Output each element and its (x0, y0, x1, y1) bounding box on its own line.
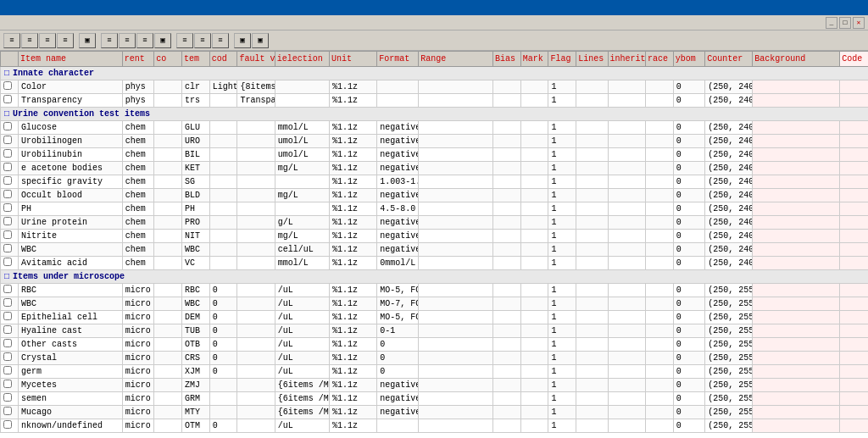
toolbar-btn-9[interactable]: ▣ (154, 33, 171, 48)
toolbar-btn-10[interactable]: ≡ (176, 33, 193, 48)
table-row: Urine proteinchemPROg/L%1.1znegative10(2… (1, 216, 869, 230)
close-button[interactable]: ✕ (853, 17, 865, 29)
toolbar-btn-6[interactable]: ≡ (101, 33, 118, 48)
table-cell: MO-5, FO-10 (377, 284, 419, 297)
table-cell: trs (181, 94, 209, 108)
table-row: PHchemPH%1.1z4.5-8.010(250, 240, 255) (1, 202, 869, 216)
minimize-button[interactable]: _ (826, 17, 837, 29)
content-area[interactable]: Item name rent co tem cod fault val iele… (0, 51, 868, 438)
toolbar-sep-1 (75, 33, 78, 48)
table-cell (576, 324, 608, 338)
table-cell: 0 (673, 324, 704, 338)
table-cell (576, 379, 608, 392)
col-counter[interactable]: Counter (705, 52, 753, 67)
col-fault[interactable]: fault val (237, 52, 275, 67)
table-cell: 1 (548, 189, 576, 202)
table-cell (209, 230, 237, 243)
table-cell: 0mmol/L (377, 257, 419, 270)
toolbar-btn-3[interactable]: ≡ (39, 33, 56, 48)
table-cell (520, 216, 548, 230)
table-cell: negative (377, 392, 419, 406)
col-bias[interactable]: Bias (492, 52, 520, 67)
table-cell: TUB (181, 324, 209, 338)
table-cell (608, 352, 645, 365)
table-cell (209, 148, 237, 162)
col-tem[interactable]: tem (181, 52, 209, 67)
table-cell (237, 338, 275, 352)
table-row: ColorphysclrLight yel{8items%1.1z10(250,… (1, 80, 869, 94)
toolbar-btn-2[interactable]: ≡ (21, 33, 38, 48)
table-cell: negative (377, 216, 419, 230)
table-cell: (250, 240, 255) (705, 230, 753, 243)
table-cell (520, 162, 548, 175)
table-cell: %1.1z (330, 121, 377, 135)
toolbar-btn-7[interactable]: ≡ (119, 33, 136, 48)
toolbar-btn-14[interactable]: ▣ (252, 33, 269, 48)
col-lines[interactable]: Lines (576, 52, 608, 67)
table-cell: chem (122, 189, 153, 202)
table-cell (154, 392, 182, 406)
table-cell (492, 284, 520, 297)
toolbar-btn-12[interactable]: ≡ (212, 33, 229, 48)
table-cell: CRS (181, 352, 209, 365)
table-cell: 0 (377, 352, 419, 365)
table-cell (520, 121, 548, 135)
table-cell: 0 (209, 297, 237, 311)
table-cell (154, 311, 182, 324)
col-ybom[interactable]: ybom (673, 52, 704, 67)
col-inherit[interactable]: inherit (608, 52, 645, 67)
table-row: specific gravitychemSG%1.1z1.003-1.03010… (1, 175, 869, 189)
table-cell (1, 406, 19, 419)
toolbar-btn-8[interactable]: ≡ (136, 33, 153, 48)
col-code[interactable]: Code (840, 52, 868, 67)
col-format[interactable]: Format (377, 52, 419, 67)
table-cell (608, 94, 645, 108)
table-cell: chem (122, 202, 153, 216)
table-row: MycetesmicroZMJ{6items /MP%1.1znegative1… (1, 379, 869, 392)
toolbar-btn-5[interactable]: ▣ (79, 33, 96, 48)
table-cell (1, 148, 19, 162)
table-cell: %1.1z (330, 94, 377, 108)
col-ielection[interactable]: ielection (275, 52, 329, 67)
table-cell: (250, 255, 240) (705, 406, 753, 419)
table-cell (209, 121, 237, 135)
col-race[interactable]: race co (646, 52, 674, 67)
toolbar-btn-13[interactable]: ▣ (234, 33, 251, 48)
table-cell (1, 324, 19, 338)
col-item-name[interactable]: Item name (19, 52, 123, 67)
table-cell: (250, 240, 255) (705, 121, 753, 135)
table-cell (275, 94, 329, 108)
table-cell (209, 94, 237, 108)
toolbar-btn-11[interactable]: ≡ (194, 33, 211, 48)
table-cell (753, 257, 840, 270)
table-row: semenmicroGRM{6items /MP%1.1znegative10(… (1, 392, 869, 406)
table-cell: negative (377, 135, 419, 148)
col-unit[interactable]: Unit (330, 52, 377, 67)
table-cell (209, 392, 237, 406)
maximize-button[interactable]: □ (839, 17, 851, 29)
table-cell (419, 257, 493, 270)
col-co[interactable]: co (154, 52, 182, 67)
table-cell (154, 94, 182, 108)
table-cell (520, 175, 548, 189)
col-range[interactable]: Range (419, 52, 493, 67)
table-cell (1, 297, 19, 311)
table-cell (646, 257, 674, 270)
table-row: Occult bloodchemBLDmg/L%1.1znegative10(2… (1, 189, 869, 202)
table-cell (646, 338, 674, 352)
table-cell: %1.1z (330, 392, 377, 406)
table-cell (840, 257, 868, 270)
table-cell: chem (122, 243, 153, 257)
table-cell (840, 175, 868, 189)
toolbar-btn-1[interactable]: ≡ (3, 33, 20, 48)
col-cod[interactable]: cod (209, 52, 237, 67)
toolbar-btn-4[interactable]: ≡ (57, 33, 74, 48)
table-cell: (250, 240, 255) (705, 162, 753, 175)
col-flag[interactable]: Flag (548, 52, 576, 67)
table-cell (1, 230, 19, 243)
col-rent[interactable]: rent (122, 52, 153, 67)
table-cell (576, 311, 608, 324)
table-cell (154, 365, 182, 379)
col-mark[interactable]: Mark (520, 52, 548, 67)
col-background[interactable]: Background (753, 52, 840, 67)
